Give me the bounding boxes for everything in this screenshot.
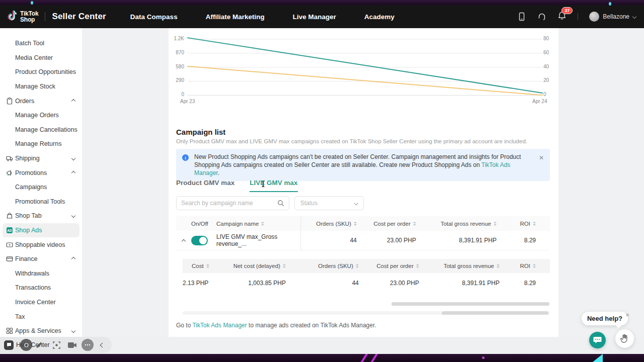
tab-live-gmv-max[interactable]: LIVE GMV max xyxy=(250,179,297,192)
more-tools-icon[interactable] xyxy=(82,339,94,351)
sidebar-item-product-opportunities[interactable]: Product Opportunities xyxy=(0,65,82,79)
status-filter-select[interactable]: Status xyxy=(294,196,364,210)
horizontal-scrollbar[interactable] xyxy=(391,302,549,306)
chevron-down-icon xyxy=(71,156,75,160)
tooltip-close-icon[interactable]: ✕ xyxy=(625,312,629,318)
divider xyxy=(578,13,578,20)
chevron-up-icon xyxy=(71,170,75,174)
tiktok-note-icon xyxy=(7,10,18,23)
sidebar-item-shop-tab[interactable]: Shop Tab xyxy=(0,209,82,223)
chevron-down-icon xyxy=(71,214,75,218)
sidebar-item-tax[interactable]: Tax xyxy=(0,309,82,324)
col-on-off: On/Off xyxy=(191,221,216,227)
campaign-list-subtitle: Only Product GMV max and LIVE GMV max ca… xyxy=(176,138,527,144)
col-campaign-name[interactable]: Campaign name xyxy=(216,221,300,227)
sidebar-item-withdrawals[interactable]: Withdrawals xyxy=(0,266,82,281)
roi-cell: 8.29 xyxy=(497,237,543,244)
need-help-text: Need help? xyxy=(587,315,622,322)
nav-affiliate-marketing[interactable]: Affiliate Marketing xyxy=(206,13,265,21)
primary-nav: Data Compass Affiliate Marketing Live Ma… xyxy=(130,13,394,21)
col-net-cost[interactable]: Net cost (delayed) xyxy=(213,263,286,269)
y-tick-left: 580 xyxy=(171,64,184,69)
sidebar-item-shop-ads[interactable]: AD Shop Ads xyxy=(3,223,79,238)
col-roi[interactable]: ROI xyxy=(500,263,543,269)
sidebar: Batch Tool Media Center Product Opportun… xyxy=(0,28,82,338)
navbar-right: 37 Bellazone xyxy=(517,5,636,28)
sidebar-item-manage-stock[interactable]: Manage Stock xyxy=(0,79,82,94)
yellow-series-line xyxy=(188,66,542,95)
banner-text: New Product Shopping Ads campaigns can't… xyxy=(194,153,521,168)
sidebar-item-shipping[interactable]: Shipping xyxy=(0,151,82,166)
x-tick: Apr 24 xyxy=(532,99,547,104)
nav-academy[interactable]: Academy xyxy=(364,13,394,21)
hand-gesture-button[interactable] xyxy=(615,329,634,348)
banner-close-icon[interactable]: ✕ xyxy=(539,154,544,162)
tgr-cell: 8,391.91 PHP xyxy=(419,280,500,287)
account-menu[interactable]: Bellazone xyxy=(589,12,636,22)
y-tick-right: 40 xyxy=(543,64,554,69)
support-headset-icon[interactable] xyxy=(537,12,546,21)
sidebar-item-campaigns[interactable]: Campaigns xyxy=(0,180,82,195)
detail-table-row: 2.13 PHP 1,003.85 PHP 44 23.00 PHP 8,391… xyxy=(183,273,550,293)
col-cost[interactable]: Cost xyxy=(183,263,213,269)
col-roi[interactable]: ROI xyxy=(497,221,543,227)
campaign-search xyxy=(176,196,289,210)
finance-icon xyxy=(6,255,13,262)
col-total-gross-revenue[interactable]: Total gross revenue xyxy=(419,263,500,269)
campaign-toggle[interactable] xyxy=(191,236,208,245)
col-total-gross-revenue[interactable]: Total gross revenue xyxy=(416,221,497,227)
col-orders-sku[interactable]: Orders (SKU) xyxy=(300,221,357,227)
col-cost-per-order[interactable]: Cost per order xyxy=(357,221,416,227)
sidebar-item-apps-services[interactable]: Apps & Services xyxy=(0,324,82,338)
mobile-app-icon[interactable] xyxy=(517,12,526,21)
sidebar-item-manage-orders[interactable]: Manage Orders xyxy=(0,108,82,123)
camera-tool-icon[interactable] xyxy=(67,341,77,349)
cursor-tool-icon[interactable] xyxy=(20,339,32,351)
chat-support-button[interactable] xyxy=(589,332,606,348)
search-icon[interactable] xyxy=(277,200,284,207)
campaign-table: On/Off Campaign name Orders (SKU) Cost p… xyxy=(176,216,550,250)
screenshot-tool-icon[interactable] xyxy=(52,341,61,349)
nav-data-compass[interactable]: Data Compass xyxy=(130,13,178,21)
pen-tool-icon[interactable] xyxy=(33,339,45,351)
seller-center-title[interactable]: Seller Center xyxy=(52,12,106,22)
collapse-toolbar-icon[interactable] xyxy=(101,343,104,347)
hand-icon xyxy=(620,334,629,343)
horizontal-scrollbar[interactable] xyxy=(442,311,548,315)
orders-cell: 44 xyxy=(286,280,359,287)
sidebar-item-manage-cancellations[interactable]: Manage Cancellations xyxy=(0,123,82,137)
cpo-cell: 23.00 PHP xyxy=(357,237,416,244)
orders-icon xyxy=(6,98,13,105)
main-content-card: 1.2K 870 580 290 0 80 60 40 20 0 Apr 23 … xyxy=(169,28,558,337)
notification-count-badge: 37 xyxy=(561,7,573,14)
footer-ads-manager-link[interactable]: TikTok Ads Manager xyxy=(192,322,247,329)
decor-dot xyxy=(31,1,33,5)
sidebar-item-promotional-tools[interactable]: Promotional Tools xyxy=(0,195,82,209)
chat-bubble-icon xyxy=(593,336,602,344)
col-orders-sku[interactable]: Orders (SKU) xyxy=(286,263,359,269)
sidebar-item-transactions[interactable]: Transactions xyxy=(0,281,82,295)
sidebar-item-invoice-center[interactable]: Invoice Center xyxy=(0,295,82,310)
col-cost-per-order[interactable]: Cost per order xyxy=(359,263,419,269)
collapse-row-icon[interactable] xyxy=(182,239,186,243)
net-cost-cell: 1,003.85 PHP xyxy=(213,280,286,287)
search-input[interactable] xyxy=(181,200,277,207)
gmv-performance-chart: 1.2K 870 580 290 0 80 60 40 20 0 Apr 23 … xyxy=(171,32,555,108)
sidebar-item-finance[interactable]: Finance xyxy=(0,252,82,266)
sidebar-item-manage-returns[interactable]: Manage Returns xyxy=(0,137,82,151)
sidebar-item-shoppable-videos[interactable]: Shoppable videos xyxy=(0,237,82,252)
cost-cell: 2.13 PHP xyxy=(183,280,213,287)
orders-cell: 44 xyxy=(300,237,357,244)
sidebar-item-media-center[interactable]: Media Center xyxy=(0,51,82,65)
tiktok-shop-logo[interactable]: TikTok Shop xyxy=(7,10,38,23)
notifications-button[interactable]: 37 xyxy=(557,11,567,22)
sidebar-item-orders[interactable]: Orders xyxy=(0,94,82,108)
help-center-chat-icon[interactable] xyxy=(4,340,14,350)
nav-live-manager[interactable]: Live Manager xyxy=(293,13,336,21)
sidebar-item-batch-tool[interactable]: Batch Tool xyxy=(0,36,82,51)
roi-cell: 8.29 xyxy=(500,280,543,287)
campaign-name-cell[interactable]: LIVE GMV max_Gross revenue_... xyxy=(216,233,300,247)
sidebar-item-promotions[interactable]: Promotions xyxy=(0,165,82,180)
chevron-down-icon xyxy=(71,329,75,333)
tab-product-gmv-max[interactable]: Product GMV max xyxy=(176,179,234,192)
